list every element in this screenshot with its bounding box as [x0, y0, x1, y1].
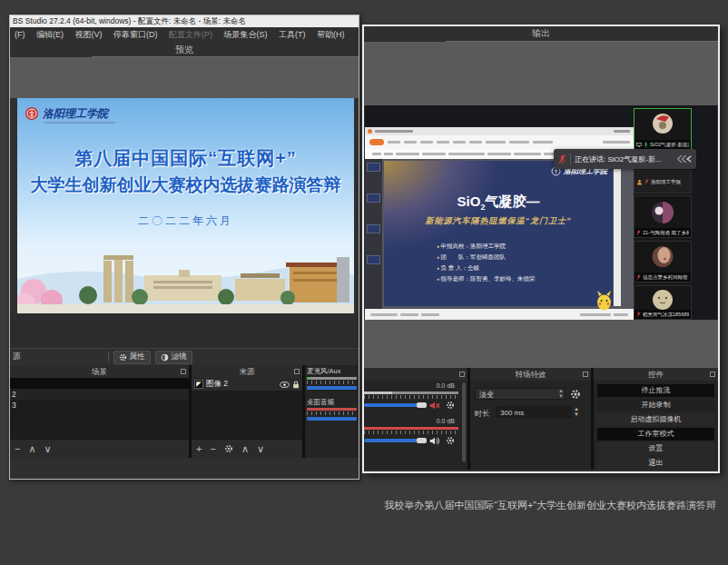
- speaker-muted-icon[interactable]: [429, 401, 440, 410]
- stop-streaming-button[interactable]: 停止推流: [597, 384, 714, 397]
- desktop-volume-slider[interactable]: [364, 437, 458, 444]
- scenes-dock: 场景 2 3 − ∧ ∨: [10, 365, 189, 458]
- sources-header: 来源: [192, 365, 302, 378]
- properties-label: 属性: [130, 352, 145, 362]
- properties-button[interactable]: 属性: [113, 351, 151, 364]
- participant-name: SiO2气凝胶-新能源汽...: [650, 142, 689, 148]
- scene-row[interactable]: 3: [10, 400, 189, 411]
- wps-file-tab[interactable]: [369, 139, 384, 145]
- program-pane-label: 输出: [364, 26, 718, 41]
- dock-grip-icon[interactable]: [583, 372, 588, 377]
- duration-label: 时长: [475, 409, 489, 419]
- dock-grip-icon[interactable]: [294, 369, 300, 374]
- program-output: 洛阳理工学院 SiO2气凝胶— 新能源汽车隔热阻燃保温“龙门卫士” 申报高校：洛…: [365, 105, 717, 320]
- mic-on-icon: [644, 142, 648, 148]
- school-logo-subtext: [44, 122, 115, 124]
- desktop-gear-icon[interactable]: [446, 436, 455, 445]
- mixer-scrollbar[interactable]: [462, 382, 466, 462]
- mic-muted-icon: [644, 179, 649, 185]
- remove-source-button[interactable]: −: [210, 443, 215, 454]
- program-canvas-margin-top: [364, 42, 718, 105]
- menu-help[interactable]: 帮助(H): [317, 27, 345, 43]
- menu-profile[interactable]: 配置文件(P): [169, 27, 212, 43]
- preview-slide: 洛阳理工学院 第八届中国国际“互联网+” 大学生创新创业大赛校内选拔赛路演答辩 …: [17, 98, 354, 313]
- mic-gear-icon[interactable]: [446, 401, 455, 410]
- settings-button[interactable]: 设置: [597, 442, 714, 455]
- studio-mode-button[interactable]: 工作室模式: [597, 428, 714, 441]
- scene-up-button[interactable]: ∧: [28, 443, 35, 455]
- mic-volume-slider[interactable]: [364, 401, 458, 409]
- mic-meter-scale: [364, 395, 458, 399]
- menu-docks[interactable]: 停靠窗口(D): [113, 27, 158, 43]
- menu-tools[interactable]: 工具(T): [279, 27, 306, 43]
- mic-volume-slider[interactable]: [307, 386, 357, 390]
- participant-tile[interactable]: 信息点赞乡村回顾馆: [634, 241, 692, 282]
- slide-title-line1: 第八届中国国际“互联网+”: [17, 146, 354, 171]
- source-down-button[interactable]: ∨: [257, 443, 264, 455]
- participant-tile-speaking[interactable]: SiO2气凝胶-新能源汽...: [634, 108, 692, 150]
- filters-button[interactable]: 滤镜: [155, 351, 192, 364]
- speaker-icon[interactable]: [429, 437, 440, 445]
- source-properties-gear-icon[interactable]: [224, 444, 233, 453]
- wps-statusbar: [365, 309, 634, 320]
- scene-row-selected[interactable]: [10, 378, 189, 389]
- transitions-header: 转场特效: [470, 368, 591, 381]
- lock-icon[interactable]: [292, 381, 300, 389]
- scene-row[interactable]: 2: [10, 389, 189, 400]
- transition-select-arrows[interactable]: ▲▼: [556, 388, 566, 400]
- start-recording-button[interactable]: 开始录制: [597, 399, 714, 411]
- duration-field[interactable]: 300 ms: [496, 406, 572, 418]
- transition-gear-icon[interactable]: [570, 389, 581, 400]
- participant-tile[interactable]: 稻壳管气冰冻1856893GD..: [634, 285, 692, 320]
- source-name: 图像 2: [206, 379, 277, 390]
- participant-avatar: [652, 245, 674, 268]
- wps-window-buttons[interactable]: [614, 130, 630, 133]
- desktop-volume-slider[interactable]: [307, 417, 357, 421]
- source-up-button[interactable]: ∧: [241, 443, 249, 455]
- person-icon: [636, 179, 643, 185]
- toast-chevrons-icon[interactable]: [677, 154, 692, 164]
- source-row[interactable]: ◤ 图像 2: [192, 378, 302, 391]
- mic-meter: [364, 392, 458, 394]
- slide-date: 二〇二二年六月: [17, 213, 354, 229]
- participant-name: 21-与陶相遇 闻了乡村 美..: [643, 230, 689, 236]
- pikachu-sticker: [596, 291, 612, 311]
- bullet-advisors: 指导老师：陈智勇、李妙玲、朱德荣: [437, 273, 535, 284]
- transition-select[interactable]: 淡变: [475, 388, 566, 400]
- participant-name: 洛阳理工学院: [651, 179, 689, 185]
- preview-canvas-margin: [10, 57, 359, 98]
- add-source-button[interactable]: +: [196, 443, 202, 454]
- speaking-toast-text: 正在讲话: SiO2气凝胶-新...: [575, 154, 674, 164]
- exit-button[interactable]: 退出: [597, 457, 714, 470]
- obs-window-right: 输出: [362, 25, 720, 473]
- participant-tile[interactable]: 21-与陶相遇 闻了乡村 美..: [634, 195, 692, 238]
- wps-slide-thumbnails[interactable]: [365, 159, 382, 309]
- school-logo-text: 洛阳理工学院: [43, 106, 108, 122]
- campus-illustration: [17, 248, 354, 313]
- desktop-meter: [364, 427, 458, 430]
- menu-scene-collection[interactable]: 场景集合(S): [224, 27, 268, 43]
- mic-channel-label: 麦克风/Aux: [307, 367, 359, 376]
- dock-grip-icon[interactable]: [459, 372, 465, 377]
- remove-scene-button[interactable]: −: [15, 443, 20, 454]
- slide-title: SiO2气凝胶—: [384, 193, 613, 212]
- mic-db-value: 0.0 dB: [437, 382, 455, 389]
- participant-tile[interactable]: 洛阳理工学院: [634, 170, 692, 193]
- duration-spinner[interactable]: ▲▼: [572, 406, 581, 418]
- filters-label: 滤镜: [172, 352, 187, 362]
- menu-view[interactable]: 视图(V): [75, 27, 103, 43]
- scene-down-button[interactable]: ∨: [44, 443, 52, 455]
- menu-edit[interactable]: 编辑(E): [36, 27, 64, 43]
- dock-grip-icon[interactable]: [710, 372, 715, 377]
- window-title: BS Studio 27.2.4 (64-bit, windows) - 配置文…: [10, 15, 359, 27]
- mixer-body-left: 麦克风/Aux 桌面音频: [305, 365, 359, 458]
- wps-side-toolbar[interactable]: [614, 161, 621, 306]
- menu-file[interactable]: (F): [15, 27, 25, 43]
- desktop-meter: [307, 408, 357, 411]
- start-virtual-camera-button[interactable]: 启动虚拟摄像机: [597, 413, 714, 426]
- participant-avatar: [651, 201, 674, 224]
- slide-title-line2: 大学生创新创业大赛校内选拔赛路演答辩: [17, 173, 354, 197]
- dock-grip-icon[interactable]: [181, 369, 186, 374]
- eye-icon[interactable]: [280, 382, 290, 388]
- scenes-header: 场景: [10, 365, 189, 378]
